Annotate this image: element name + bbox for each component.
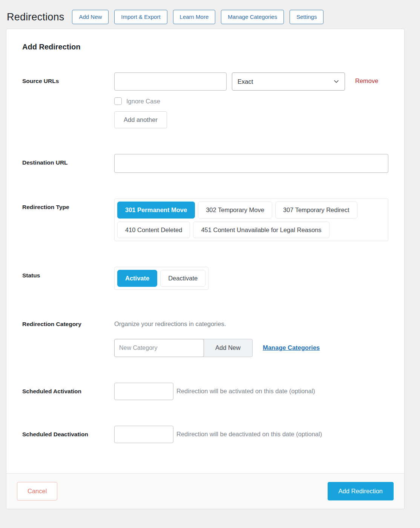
chevron-down-icon <box>333 79 339 85</box>
type-307-button[interactable]: 307 Temporary Redirect <box>275 202 357 219</box>
category-description: Organize your redirections in categories… <box>114 316 388 328</box>
card-footer: Cancel Add Redirection <box>6 473 404 509</box>
card-heading: Add Redirection <box>22 43 388 51</box>
deactivate-button[interactable]: Deactivate <box>160 270 205 287</box>
scheduled-deactivation-label: Scheduled Deactivation <box>22 426 114 438</box>
cancel-button[interactable]: Cancel <box>17 482 57 500</box>
add-new-button[interactable]: Add New <box>72 10 109 25</box>
match-type-value: Exact <box>238 78 253 85</box>
manage-categories-link[interactable]: Manage Categories <box>263 344 320 351</box>
type-410-button[interactable]: 410 Content Deleted <box>117 222 190 239</box>
learn-more-button[interactable]: Learn More <box>173 10 216 25</box>
manage-categories-button[interactable]: Manage Categories <box>221 10 284 25</box>
type-301-button[interactable]: 301 Permanent Move <box>117 202 195 219</box>
new-category-input[interactable] <box>114 339 204 357</box>
match-type-select[interactable]: Exact <box>232 72 345 91</box>
redirection-type-label: Redirection Type <box>22 199 114 211</box>
status-row: Status Activate Deactivate <box>22 267 388 290</box>
ignore-case-label: Ignore Case <box>126 98 160 105</box>
redirection-category-label: Redirection Category <box>22 316 114 328</box>
destination-url-input[interactable] <box>114 154 388 173</box>
source-urls-row: Source URLs Exact Remove <box>22 72 388 128</box>
activate-button[interactable]: Activate <box>117 270 157 287</box>
type-302-button[interactable]: 302 Temporary Move <box>198 202 272 219</box>
settings-button[interactable]: Settings <box>290 10 323 25</box>
scheduled-activation-helper: Redirection will be activated on this da… <box>176 388 315 395</box>
add-redirection-card: Add Redirection Source URLs Exact Rem <box>6 29 405 509</box>
scheduled-deactivation-helper: Redirection will be deactivated on this … <box>176 431 322 438</box>
ignore-case-checkbox[interactable] <box>114 97 122 105</box>
status-group: Activate Deactivate <box>114 267 208 290</box>
scheduled-deactivation-row: Scheduled Deactivation Redirection will … <box>22 426 388 443</box>
import-export-button[interactable]: Import & Export <box>114 10 167 25</box>
add-new-category-button[interactable]: Add New <box>203 339 253 357</box>
redirection-category-row: Redirection Category Organize your redir… <box>22 316 388 357</box>
type-451-button[interactable]: 451 Content Unavailable for Legal Reason… <box>193 222 329 239</box>
status-label: Status <box>22 267 114 279</box>
redirection-type-row: Redirection Type 301 Permanent Move 302 … <box>22 199 388 241</box>
scheduled-deactivation-input[interactable] <box>114 426 173 443</box>
remove-source-link[interactable]: Remove <box>355 72 378 85</box>
page-title: Redirections <box>7 11 64 23</box>
add-redirection-button[interactable]: Add Redirection <box>328 482 394 500</box>
redirection-type-group: 301 Permanent Move 302 Temporary Move 30… <box>114 199 388 241</box>
scheduled-activation-row: Scheduled Activation Redirection will be… <box>22 383 388 400</box>
destination-url-row: Destination URL <box>22 154 388 173</box>
scheduled-activation-label: Scheduled Activation <box>22 383 114 395</box>
add-another-button[interactable]: Add another <box>114 111 167 128</box>
source-urls-label: Source URLs <box>22 72 114 85</box>
page-header: Redirections Add New Import & Export Lea… <box>0 0 420 28</box>
scheduled-activation-input[interactable] <box>114 383 173 400</box>
source-url-input[interactable] <box>114 72 227 91</box>
destination-url-label: Destination URL <box>22 154 114 166</box>
